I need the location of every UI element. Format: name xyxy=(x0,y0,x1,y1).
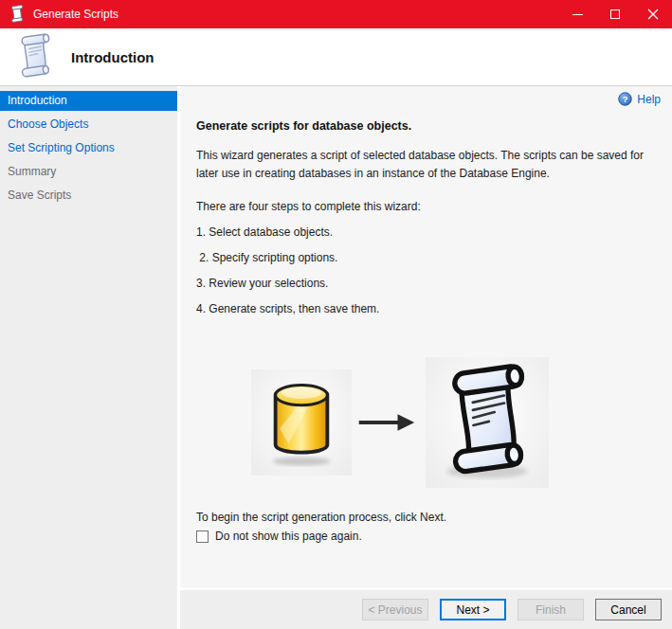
footer-note: To begin the script generation process, … xyxy=(196,511,661,524)
wizard-main: ? Help Generate scripts for database obj… xyxy=(177,86,672,629)
sidebar-item-choose-objects[interactable]: Choose Objects xyxy=(0,115,177,135)
svg-text:?: ? xyxy=(623,95,628,104)
title-bar: Generate Scripts xyxy=(0,0,672,28)
finish-button: Finish xyxy=(518,599,584,620)
next-button[interactable]: Next > xyxy=(440,599,506,620)
cancel-button[interactable]: Cancel xyxy=(595,599,662,620)
close-icon xyxy=(647,9,659,20)
window-title: Generate Scripts xyxy=(33,8,558,21)
content-heading: Generate scripts for database objects. xyxy=(196,119,661,133)
arrow-right-icon xyxy=(352,412,422,433)
minimize-icon xyxy=(572,14,583,15)
maximize-button[interactable] xyxy=(596,0,634,28)
close-button[interactable] xyxy=(634,0,672,28)
help-label: Help xyxy=(637,93,661,106)
database-icon xyxy=(251,369,352,476)
page-title: Introduction xyxy=(71,49,154,65)
generate-scripts-window: Generate Scripts xyxy=(0,0,672,629)
script-scroll-icon xyxy=(426,357,549,488)
scroll-header-icon xyxy=(13,33,57,81)
introduction-page: ? Help Generate scripts for database obj… xyxy=(180,86,672,587)
do-not-show-label: Do not show this page again. xyxy=(215,530,362,543)
steps-intro: There are four steps to complete this wi… xyxy=(196,200,661,213)
step-3: 3. Review your selections. xyxy=(196,277,661,290)
help-icon: ? xyxy=(618,92,632,106)
scroll-app-icon xyxy=(9,5,26,24)
minimize-button[interactable] xyxy=(558,0,596,28)
sidebar-item-summary: Summary xyxy=(0,162,177,182)
button-bar: < Previous Next > Finish Cancel xyxy=(180,587,672,629)
illustration xyxy=(251,357,661,488)
sidebar-item-set-scripting-options[interactable]: Set Scripting Options xyxy=(0,138,177,158)
step-1: 1. Select database objects. xyxy=(196,225,661,239)
help-link[interactable]: ? Help xyxy=(196,92,661,106)
do-not-show-checkbox[interactable] xyxy=(196,530,209,543)
intro-paragraph: This wizard generates a script of select… xyxy=(196,147,661,183)
wizard-step-sidebar: Introduction Choose Objects Set Scriptin… xyxy=(0,86,177,629)
do-not-show-row: Do not show this page again. xyxy=(196,530,661,543)
maximize-icon xyxy=(610,9,620,19)
sidebar-item-save-scripts: Save Scripts xyxy=(0,186,177,206)
wizard-body: Introduction Choose Objects Set Scriptin… xyxy=(0,86,672,629)
step-4: 4. Generate scripts, then save them. xyxy=(196,302,661,315)
sidebar-item-introduction[interactable]: Introduction xyxy=(0,91,177,111)
previous-button: < Previous xyxy=(362,599,428,620)
step-2: 2. Specify scripting options. xyxy=(196,251,661,264)
wizard-header: Introduction xyxy=(0,28,672,86)
